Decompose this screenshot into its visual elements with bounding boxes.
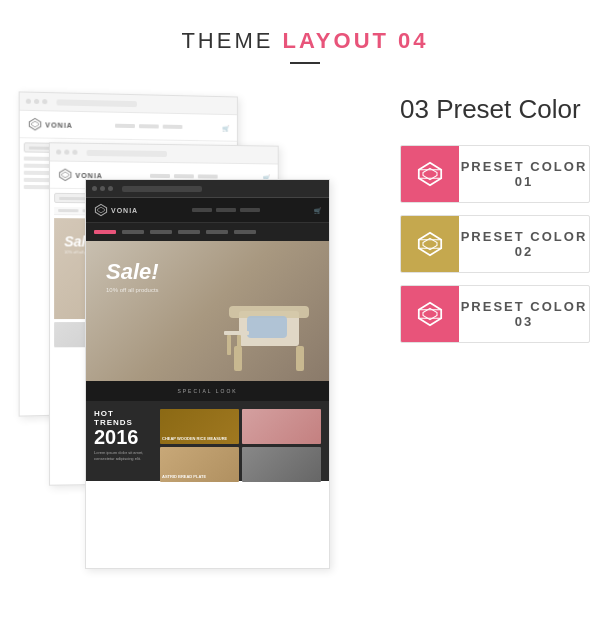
bread-img: ASTRID BREAD PLATE [160, 447, 239, 482]
card-header-front: VONIA 🛒 [86, 198, 329, 223]
dot2 [64, 150, 69, 155]
nav-item-m [150, 174, 170, 178]
hot-trends-section: HOT TRENDS 2016 Lorem ipsum dolor sit am… [86, 401, 329, 481]
logo-text: VONIA [45, 121, 73, 129]
dot1-f [92, 186, 97, 191]
cart-f: 🛒 [314, 207, 321, 214]
sale-text: Sale! [106, 261, 159, 283]
nav-m-1 [58, 209, 78, 212]
preset-section-title: 03 Preset Color [400, 94, 590, 125]
preset-item-01[interactable]: PRESET COLOR 01 [400, 145, 590, 203]
special-look-text: SPECIAL LOOK [177, 388, 237, 394]
svg-rect-12 [227, 335, 231, 355]
front-nav-bar [86, 223, 329, 241]
card-nav [115, 124, 182, 129]
preset-items-list: PRESET COLOR 01 PRESET COLOR 02 [400, 145, 590, 343]
nav-bar-1 [122, 230, 144, 234]
logo-diamond-icon [28, 117, 42, 131]
preset-label-02: PRESET COLOR 02 [459, 229, 589, 259]
card-topbar-front [86, 180, 329, 198]
preset-item-03[interactable]: PRESET COLOR 03 [400, 285, 590, 343]
nav-bar-5 [234, 230, 256, 234]
nav-bar-4 [206, 230, 228, 234]
svg-marker-0 [29, 118, 40, 130]
hot-trends-body: Lorem ipsum dolor sit amet, consectetur … [94, 450, 154, 461]
nav-item-m2 [174, 174, 194, 178]
dot1 [26, 99, 31, 104]
nav-bar-2 [150, 230, 172, 234]
logo-area: VONIA [28, 117, 73, 132]
page-title: THEME LAYOUT 04 [0, 28, 610, 54]
logo-diamond-icon-f [94, 203, 108, 217]
trend-row-1: CHEAP WOODEN RICE MEASURE [160, 409, 321, 444]
nav-bar-3 [178, 230, 200, 234]
nav-item-m3 [197, 174, 217, 178]
svg-marker-3 [62, 172, 69, 178]
preset-icon-box-03 [401, 285, 459, 343]
diamond-icon-01 [416, 160, 444, 188]
title-highlight: LAYOUT 04 [283, 28, 429, 53]
nav-item [162, 125, 182, 129]
hot-trends-title: HOT TRENDS [94, 409, 154, 427]
svg-marker-1 [31, 121, 38, 127]
trend-text-block: HOT TRENDS 2016 Lorem ipsum dolor sit am… [94, 409, 154, 473]
logo-text-f: VONIA [111, 207, 138, 214]
card-nav-f [192, 208, 260, 212]
nav-f-2 [216, 208, 236, 212]
logo-text-m: VONIA [75, 171, 102, 178]
right-panel: 03 Preset Color PRESET COLOR 01 [400, 84, 590, 343]
preview-card-front: VONIA 🛒 [85, 179, 330, 569]
card-header-back: VONIA 🛒 [20, 111, 237, 142]
trend-row-2: ASTRID BREAD PLATE [160, 447, 321, 482]
bread-label: ASTRID BREAD PLATE [162, 475, 206, 480]
nav-item [115, 124, 135, 128]
svg-rect-11 [224, 331, 249, 335]
dot3-f [108, 186, 113, 191]
dot1 [56, 149, 61, 154]
svg-marker-22 [419, 303, 441, 325]
special-look-bar: SPECIAL LOOK [86, 381, 329, 401]
nav-f-1 [192, 208, 212, 212]
svg-rect-13 [237, 335, 241, 355]
front-hero: Sale! 10% off all products [86, 241, 329, 381]
dot3 [72, 150, 77, 155]
title-plain: THEME [181, 28, 282, 53]
preset-icon-box-02 [401, 215, 459, 273]
trend-images: CHEAP WOODEN RICE MEASURE ASTRID BREAD P… [160, 409, 321, 473]
svg-marker-5 [98, 207, 105, 213]
urlbar-front [122, 186, 202, 192]
theme-previews: VONIA 🛒 [20, 84, 380, 584]
preset-label-03: PRESET COLOR 03 [459, 299, 589, 329]
logo-area-f: VONIA [94, 203, 138, 217]
wood-label: CHEAP WOODEN RICE MEASURE [162, 437, 227, 442]
cart-text: 🛒 [222, 124, 229, 131]
dot2 [34, 99, 39, 104]
dot3 [42, 99, 47, 104]
nav-f-3 [240, 208, 260, 212]
diamond-icon-02 [416, 230, 444, 258]
urlbar-middle [87, 149, 167, 156]
furniture-image [219, 261, 319, 381]
wood-img: CHEAP WOODEN RICE MEASURE [160, 409, 239, 444]
nav-bar-home [94, 230, 116, 234]
logo-diamond-icon-m [58, 168, 72, 182]
header-divider [290, 62, 320, 64]
main-content: VONIA 🛒 [0, 74, 610, 584]
sale-sub-text: 10% off all products [106, 287, 159, 293]
svg-rect-10 [247, 316, 287, 338]
hero-sale-block: Sale! 10% off all products [106, 261, 159, 293]
nav-item [139, 124, 159, 128]
header: THEME LAYOUT 04 [0, 0, 610, 74]
svg-rect-8 [296, 346, 304, 371]
svg-marker-14 [419, 163, 441, 185]
hot-trends-year: 2016 [94, 427, 154, 447]
urlbar [56, 99, 136, 107]
plate-img [242, 447, 321, 482]
dot2-f [100, 186, 105, 191]
page-wrapper: THEME LAYOUT 04 [0, 0, 610, 624]
preset-item-02[interactable]: PRESET COLOR 02 [400, 215, 590, 273]
svg-marker-18 [419, 233, 441, 255]
diamond-icon-03 [416, 300, 444, 328]
card-nav-m [150, 174, 218, 179]
preset-icon-box-01 [401, 145, 459, 203]
